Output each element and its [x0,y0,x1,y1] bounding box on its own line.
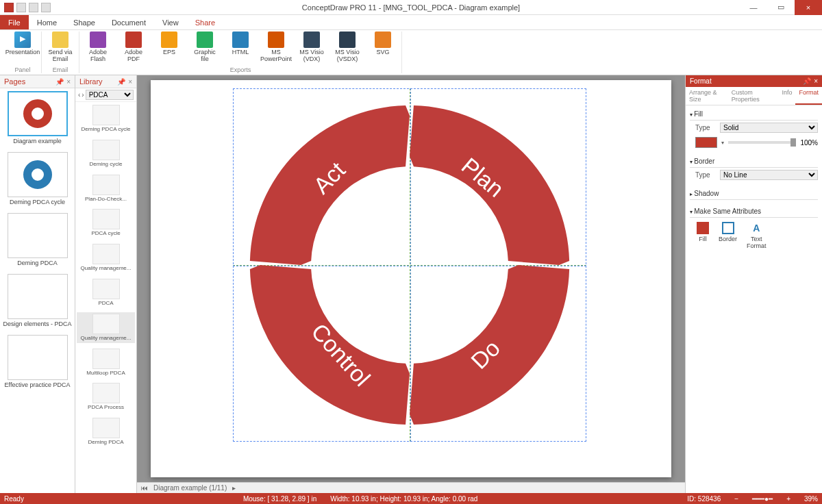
page-thumb[interactable]: Deming PDCA [3,213,72,267]
tab-arrange[interactable]: Arrange & Size [686,87,728,105]
border-type-select[interactable]: No Line [720,170,818,180]
qat-new-icon[interactable] [16,3,26,12]
lib-fwd-icon[interactable]: › [82,91,84,99]
status-mouse: Mouse: [ 31.28, 2.89 ] in [243,495,316,503]
export-graphic-button[interactable]: Graphic file [189,32,221,66]
pdca-diagram[interactable]: Plan Do Control Act [240,95,580,435]
library-list[interactable]: Deming PDCA cycle Deming cycle Plan-Do-C… [75,102,136,493]
border-header[interactable]: Border [690,155,818,168]
graphic-label: Graphic file [194,49,216,63]
library-item[interactable]: Multiloop PDCA [77,347,135,378]
sheet-nav-next-icon[interactable]: ▸ [232,484,236,492]
pages-list[interactable]: Diagram example Deming PDCA cycle Deming… [0,88,75,493]
close-panel-icon[interactable]: × [66,78,71,86]
tab-home[interactable]: Home [29,15,65,29]
ppt-label: MS PowerPoint [260,49,292,63]
tab-view[interactable]: View [154,15,187,29]
zoom-in-icon[interactable]: + [786,495,790,503]
pages-title: Pages [4,77,25,86]
tab-share[interactable]: Share [187,15,223,29]
close-button[interactable]: × [795,0,822,15]
pin-icon[interactable]: 📌 [117,78,125,86]
page-thumb[interactable]: Diagram example [3,91,72,145]
qat-open-icon[interactable] [29,3,38,12]
format-header: Format 📌 × [686,75,822,87]
fill-type-select[interactable]: Solid [720,123,818,133]
maximize-button[interactable]: ▭ [767,0,795,15]
qat-save-icon[interactable] [41,3,51,12]
tab-document[interactable]: Document [103,15,154,29]
status-ready: Ready [4,495,24,503]
msa-border-button[interactable]: Border [719,222,737,249]
status-bar: Ready Mouse: [ 31.28, 2.89 ] in Width: 1… [0,493,822,504]
library-item[interactable]: PDCA Process [77,381,135,412]
app-icon[interactable] [4,3,14,12]
format-panel: Format 📌 × Arrange & Size Custom Propert… [685,75,822,493]
export-flash-button[interactable]: Adobe Flash [82,32,114,66]
page-surface[interactable]: Plan Do Control Act [151,80,671,477]
send-email-label: Send via Email [48,49,72,63]
export-vsdx-button[interactable]: MS Visio (VSDX) [332,32,363,66]
library-item[interactable]: Quality manageme... [77,312,135,343]
opacity-value: 100% [800,139,818,147]
title-bar: ConceptDraw PRO 11 - [MNG_TOOL_PDCA - Di… [0,0,822,15]
close-panel-icon[interactable]: × [128,78,132,86]
fill-type-label: Type [695,124,716,131]
pin-icon[interactable]: 📌 [55,78,64,86]
library-item[interactable]: Deming cycle [77,138,135,169]
library-item[interactable]: Deming PDCA cycle [77,103,135,134]
pin-icon[interactable]: 📌 [803,77,811,85]
presentation-button[interactable]: Presentation [7,32,38,66]
lib-back-icon[interactable]: ‹ [78,91,80,99]
msa-text-button[interactable]: AText Format [747,222,767,249]
page-thumb-label: Effective practice PDCA [3,382,72,389]
send-email-button[interactable]: Send via Email [45,32,76,66]
library-select[interactable]: PDCA [86,90,134,100]
flash-label: Adobe Flash [89,49,107,63]
minimize-button[interactable]: — [740,0,767,15]
library-item[interactable]: PDCA [77,277,135,308]
tab-custom[interactable]: Custom Properties [728,87,779,105]
tab-shape[interactable]: Shape [65,15,103,29]
opacity-slider[interactable] [728,141,796,144]
fill-header[interactable]: Fill [690,108,818,121]
zoom-out-icon[interactable]: − [734,495,738,503]
fill-color-swatch[interactable] [695,137,717,148]
graphic-icon [197,32,213,48]
status-zoom: 39% [804,495,818,503]
tab-file[interactable]: File [0,15,29,29]
group-label-panel: Panel [7,66,38,73]
library-item-label: PDCA [78,301,134,307]
export-ppt-button[interactable]: MS PowerPoint [260,32,292,66]
shadow-header[interactable]: Shadow [690,188,818,200]
eps-icon [161,32,177,48]
page-thumb[interactable]: Effective practice PDCA [3,335,72,389]
sheet-tab[interactable]: Diagram example (1/11) [153,484,227,492]
library-item[interactable]: Deming PDCA [77,416,135,447]
canvas[interactable]: Plan Do Control Act [137,75,685,482]
sheet-nav-first-icon[interactable]: ⏮ [141,484,148,492]
library-item[interactable]: Quality manageme... [77,242,135,273]
zoom-slider[interactable]: ━━━●━ [752,495,773,503]
close-panel-icon[interactable]: × [814,77,818,85]
page-thumb[interactable]: Design elements - PDCA [3,274,72,328]
page-thumb-label: Deming PDCA [3,260,72,267]
tab-format[interactable]: Format [795,87,822,105]
export-eps-button[interactable]: EPS [153,32,185,66]
window-title: ConceptDraw PRO 11 - [MNG_TOOL_PDCA - Di… [302,3,520,12]
ribbon-group-email: Send via Email Email [42,32,79,73]
pdf-label: Adobe PDF [125,49,142,63]
library-item[interactable]: Plan-Do-Check... [77,173,135,204]
library-item[interactable]: PDCA cycle [77,207,135,238]
tab-info[interactable]: Info [778,87,795,105]
window-controls: — ▭ × [740,0,822,15]
export-vdx-button[interactable]: MS Visio (VDX) [296,32,327,66]
export-svg-button[interactable]: SVG [367,32,399,66]
msa-header[interactable]: Make Same Attributes [690,205,818,218]
msa-fill-button[interactable]: Fill [697,222,709,249]
chevron-down-icon[interactable]: ▾ [721,140,724,146]
export-pdf-button[interactable]: Adobe PDF [118,32,149,66]
quick-access-toolbar [0,3,55,12]
export-html-button[interactable]: HTML [225,32,256,66]
page-thumb[interactable]: Deming PDCA cycle [3,152,72,206]
